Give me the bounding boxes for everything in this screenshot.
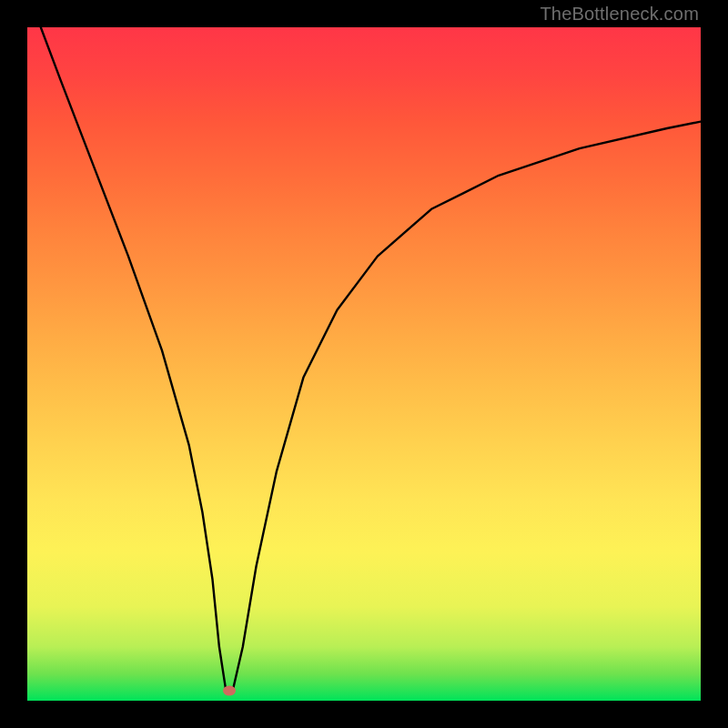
bottleneck-curve [27, 27, 701, 701]
minimum-marker [223, 685, 236, 695]
watermark-text: TheBottleneck.com [540, 4, 699, 25]
chart-frame [27, 27, 701, 701]
